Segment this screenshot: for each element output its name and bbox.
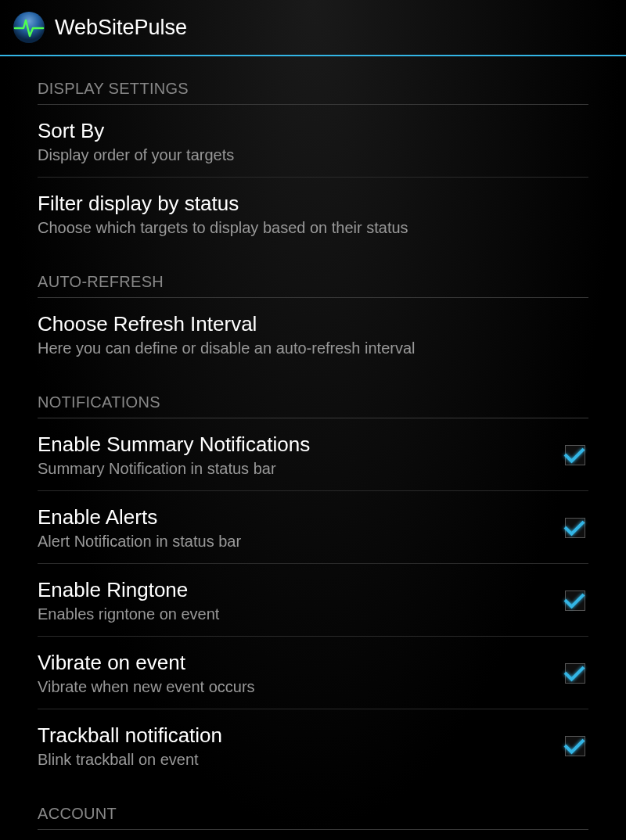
setting-title: Filter display by status xyxy=(38,192,588,216)
setting-text: Vibrate on event Vibrate when new event … xyxy=(38,651,549,696)
checkbox-summary[interactable] xyxy=(565,445,585,465)
checkbox-alerts[interactable] xyxy=(565,518,585,538)
setting-refresh-interval[interactable]: Choose Refresh Interval Here you can def… xyxy=(38,298,588,370)
setting-subtitle: Summary Notification in status bar xyxy=(38,460,549,478)
setting-text: Enable Ringtone Enables rigntone on even… xyxy=(38,578,549,623)
section-header-display: DISPLAY SETTINGS xyxy=(38,56,588,105)
settings-list: DISPLAY SETTINGS Sort By Display order o… xyxy=(0,56,626,840)
setting-text: Trackball notification Blink trackball o… xyxy=(38,723,549,769)
setting-title: Enable Alerts xyxy=(38,505,549,529)
setting-sort-by[interactable]: Sort By Display order of your targets xyxy=(38,105,588,178)
setting-filter-by-status[interactable]: Filter display by status Choose which ta… xyxy=(38,178,588,249)
setting-enable-alerts[interactable]: Enable Alerts Alert Notification in stat… xyxy=(38,491,588,564)
section-header-auto-refresh: AUTO-REFRESH xyxy=(38,249,588,298)
setting-title: Trackball notification xyxy=(38,723,549,748)
setting-subtitle: Blink trackball on event xyxy=(38,751,549,769)
checkbox-vibrate[interactable] xyxy=(565,663,585,684)
checkbox-ringtone[interactable] xyxy=(565,591,585,611)
setting-text: Enable Summary Notifications Summary Not… xyxy=(38,433,549,478)
setting-subtitle: Alert Notification in status bar xyxy=(38,533,549,551)
setting-title: Choose Refresh Interval xyxy=(38,312,588,336)
app-logo-icon xyxy=(13,11,45,44)
setting-title: Enable Ringtone xyxy=(38,578,549,602)
setting-enable-ringtone[interactable]: Enable Ringtone Enables rigntone on even… xyxy=(38,564,588,637)
setting-sign-out[interactable]: Click to Sign out Logged in as: wspdemo xyxy=(38,830,588,840)
setting-subtitle: Here you can define or disable an auto-r… xyxy=(38,339,588,357)
setting-subtitle: Vibrate when new event occurs xyxy=(38,678,549,696)
setting-title: Vibrate on event xyxy=(38,651,549,675)
setting-text: Sort By Display order of your targets xyxy=(38,119,588,164)
setting-subtitle: Display order of your targets xyxy=(38,146,588,164)
section-header-notifications: NOTIFICATIONS xyxy=(38,370,588,418)
action-bar: WebSitePulse xyxy=(0,0,626,56)
setting-subtitle: Enables rigntone on event xyxy=(38,605,549,623)
setting-title: Enable Summary Notifications xyxy=(38,433,549,457)
setting-summary-notifications[interactable]: Enable Summary Notifications Summary Not… xyxy=(38,418,588,491)
section-header-account: ACCOUNT xyxy=(38,781,588,830)
setting-text: Choose Refresh Interval Here you can def… xyxy=(38,312,588,357)
setting-title: Sort By xyxy=(38,119,588,143)
app-title: WebSitePulse xyxy=(55,16,187,40)
setting-text: Filter display by status Choose which ta… xyxy=(38,192,588,237)
setting-subtitle: Choose which targets to display based on… xyxy=(38,219,588,237)
setting-trackball[interactable]: Trackball notification Blink trackball o… xyxy=(38,709,588,781)
setting-vibrate[interactable]: Vibrate on event Vibrate when new event … xyxy=(38,637,588,709)
setting-text: Enable Alerts Alert Notification in stat… xyxy=(38,505,549,551)
checkbox-trackball[interactable] xyxy=(565,736,585,756)
